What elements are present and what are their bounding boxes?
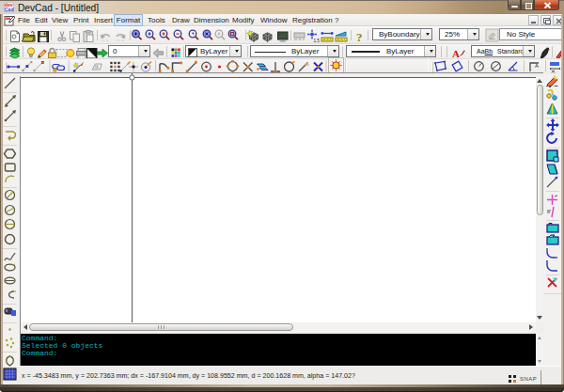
- svg-text:Cad: Cad: [5, 7, 14, 12]
- svg-text:1.5: 1.5: [314, 39, 321, 43]
- svg-text:A: A: [535, 63, 539, 69]
- svg-text:?: ?: [356, 30, 363, 42]
